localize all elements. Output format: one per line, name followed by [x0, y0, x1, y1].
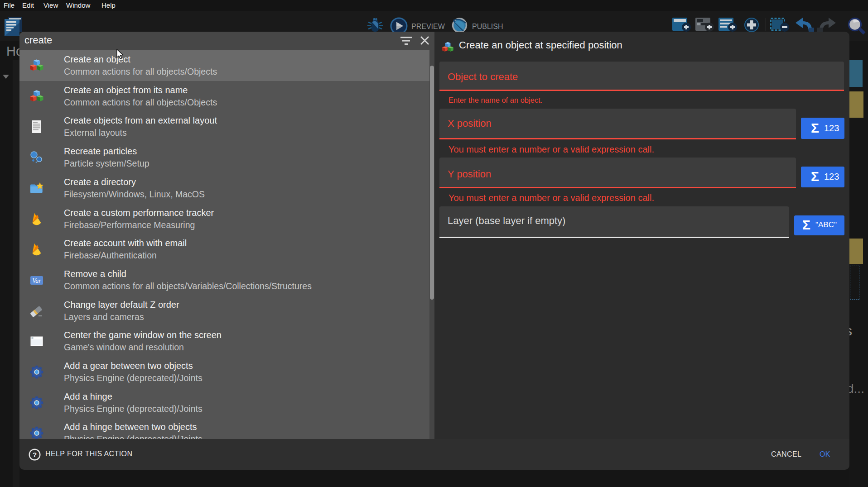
svg-text:Var: Var	[32, 277, 41, 284]
svg-text:?: ?	[33, 451, 37, 458]
